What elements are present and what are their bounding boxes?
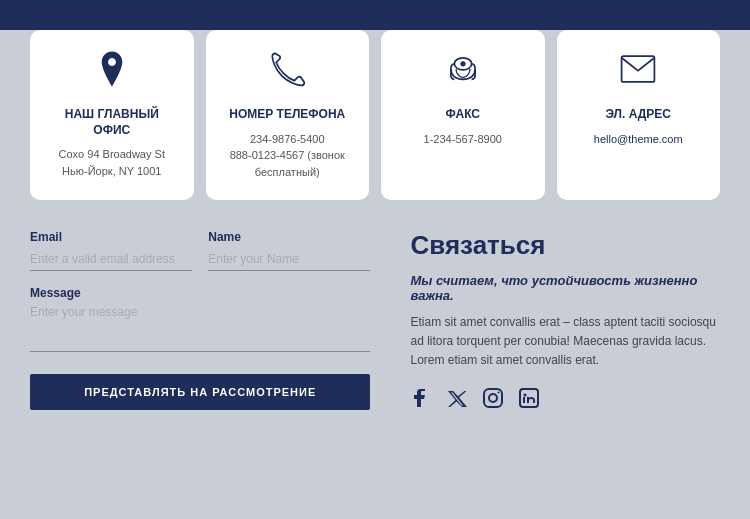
contact-form: Email Name Message ПРЕДСТАВЛЯТЬ НА РАССМ… <box>30 230 370 414</box>
info-side: Связаться Мы считаем, что устойчивость ж… <box>410 230 720 414</box>
card-office: НАШ ГЛАВНЫЙ ОФИС Coxo 94 Broadway St Нью… <box>30 30 194 200</box>
message-input[interactable] <box>30 301 370 352</box>
card-phone-title: НОМЕР ТЕЛЕФОНА <box>222 107 354 123</box>
phone-icon <box>222 50 354 97</box>
email-label: Email <box>30 230 192 244</box>
card-email-title: ЭЛ. АДРЕС <box>573 107 705 123</box>
info-body: Etiam sit amet convallis erat – class ap… <box>410 313 720 371</box>
twitter-icon[interactable] <box>446 387 468 414</box>
card-phone: НОМЕР ТЕЛЕФОНА 234-9876-5400888-0123-456… <box>206 30 370 200</box>
message-label: Message <box>30 286 81 300</box>
location-icon <box>46 50 178 97</box>
svg-point-5 <box>498 391 500 393</box>
svg-point-4 <box>489 394 497 402</box>
submit-button[interactable]: ПРЕДСТАВЛЯТЬ НА РАССМОТРЕНИЕ <box>30 374 370 410</box>
card-fax-title: ФАКС <box>397 107 529 123</box>
info-title: Связаться <box>410 230 720 261</box>
name-group: Name <box>208 230 370 271</box>
form-row-1: Email Name <box>30 230 370 271</box>
svg-point-1 <box>460 61 465 66</box>
card-office-info: Coxo 94 Broadway St Нью-Йорк, NY 1001 <box>46 146 178 179</box>
info-tagline: Мы считаем, что устойчивость жизненно ва… <box>410 273 720 303</box>
email-icon <box>573 50 705 97</box>
svg-rect-2 <box>622 56 655 82</box>
card-phone-info: 234-9876-5400888-0123-4567 (звонокбеспла… <box>222 131 354 181</box>
linkedin-icon[interactable] <box>518 387 540 414</box>
email-group: Email <box>30 230 192 271</box>
name-input[interactable] <box>208 248 370 271</box>
message-group: Message <box>30 283 370 356</box>
svg-point-7 <box>524 393 527 396</box>
card-fax-info: 1-234-567-8900 <box>397 131 529 148</box>
social-icons <box>410 387 720 414</box>
email-link[interactable]: hello@theme.com <box>594 133 683 145</box>
email-input[interactable] <box>30 248 192 271</box>
card-fax: ФАКС 1-234-567-8900 <box>381 30 545 200</box>
svg-rect-3 <box>484 389 502 407</box>
bottom-section: Email Name Message ПРЕДСТАВЛЯТЬ НА РАССМ… <box>0 210 750 434</box>
name-label: Name <box>208 230 370 244</box>
cards-section: НАШ ГЛАВНЫЙ ОФИС Coxo 94 Broadway St Нью… <box>0 30 750 200</box>
card-email-info: hello@theme.com <box>573 131 705 148</box>
fax-icon <box>397 50 529 97</box>
facebook-icon[interactable] <box>410 387 432 414</box>
card-office-title: НАШ ГЛАВНЫЙ ОФИС <box>46 107 178 138</box>
card-email: ЭЛ. АДРЕС hello@theme.com <box>557 30 721 200</box>
instagram-icon[interactable] <box>482 387 504 414</box>
